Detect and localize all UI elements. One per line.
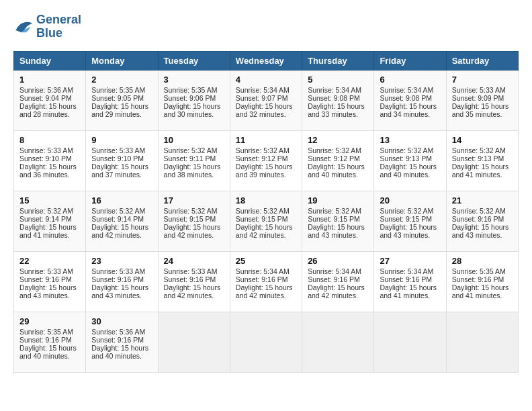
- col-header-saturday: Saturday: [446, 51, 518, 70]
- day-number: 17: [164, 195, 224, 205]
- sunrise: Sunrise: 5:33 AM: [91, 267, 145, 275]
- sunrise: Sunrise: 5:32 AM: [380, 146, 433, 154]
- daylight: Daylight: 15 hours: [19, 223, 77, 231]
- sunset: Sunset: 9:08 PM: [308, 94, 360, 102]
- calendar-cell: [302, 312, 374, 372]
- page-header: General Blue: [13, 13, 519, 40]
- sunset: Sunset: 9:16 PM: [164, 275, 216, 283]
- col-header-tuesday: Tuesday: [158, 51, 230, 70]
- logo-icon: [13, 19, 34, 35]
- sunset: Sunset: 9:16 PM: [380, 275, 432, 283]
- sunrise: Sunrise: 5:36 AM: [19, 86, 73, 94]
- daylight-extra: and 41 minutes.: [380, 291, 430, 300]
- sunrise: Sunrise: 5:32 AM: [164, 146, 218, 154]
- daylight-extra: and 40 minutes.: [19, 352, 70, 360]
- col-header-monday: Monday: [86, 51, 158, 70]
- sunrise: Sunrise: 5:32 AM: [452, 207, 506, 215]
- day-number: 2: [91, 75, 152, 85]
- day-number: 21: [452, 195, 513, 205]
- calendar-week-4: 22 Sunrise: 5:33 AM Sunset: 9:16 PM Dayl…: [14, 251, 519, 312]
- logo: General Blue: [13, 13, 81, 40]
- sunrise: Sunrise: 5:32 AM: [236, 146, 290, 154]
- sunrise: Sunrise: 5:35 AM: [164, 86, 218, 94]
- day-number: 28: [452, 256, 513, 266]
- daylight-extra: and 43 minutes.: [91, 291, 142, 300]
- daylight-extra: and 37 minutes.: [91, 171, 142, 179]
- day-number: 18: [236, 195, 296, 205]
- sunset: Sunset: 9:11 PM: [164, 154, 216, 163]
- sunrise: Sunrise: 5:32 AM: [164, 207, 218, 215]
- daylight-extra: and 32 minutes.: [236, 110, 286, 118]
- day-number: 25: [236, 256, 296, 266]
- sunset: Sunset: 9:16 PM: [308, 275, 360, 283]
- calendar-cell: 21 Sunrise: 5:32 AM Sunset: 9:16 PM Dayl…: [446, 191, 518, 251]
- sunset: Sunset: 9:08 PM: [380, 94, 432, 102]
- daylight: Daylight: 15 hours: [91, 344, 148, 352]
- day-number: 3: [164, 75, 224, 85]
- daylight-extra: and 42 minutes.: [236, 291, 286, 300]
- calendar-cell: [230, 312, 302, 372]
- daylight: Daylight: 15 hours: [452, 163, 509, 171]
- daylight: Daylight: 15 hours: [91, 102, 148, 110]
- calendar-cell: 25 Sunrise: 5:34 AM Sunset: 9:16 PM Dayl…: [230, 251, 302, 312]
- daylight: Daylight: 15 hours: [236, 102, 293, 110]
- calendar-cell: 16 Sunrise: 5:32 AM Sunset: 9:14 PM Dayl…: [86, 191, 158, 251]
- sunrise: Sunrise: 5:34 AM: [380, 86, 433, 94]
- daylight: Daylight: 15 hours: [19, 102, 77, 110]
- sunrise: Sunrise: 5:35 AM: [452, 267, 506, 275]
- daylight-extra: and 29 minutes.: [91, 110, 142, 118]
- calendar-cell: 1 Sunrise: 5:36 AM Sunset: 9:04 PM Dayli…: [14, 70, 86, 130]
- calendar-week-3: 15 Sunrise: 5:32 AM Sunset: 9:14 PM Dayl…: [14, 191, 519, 251]
- daylight: Daylight: 15 hours: [91, 163, 148, 171]
- calendar-cell: 22 Sunrise: 5:33 AM Sunset: 9:16 PM Dayl…: [14, 251, 86, 312]
- daylight-extra: and 30 minutes.: [164, 110, 214, 118]
- daylight-extra: and 42 minutes.: [236, 231, 286, 239]
- calendar-cell: 5 Sunrise: 5:34 AM Sunset: 9:08 PM Dayli…: [302, 70, 374, 130]
- daylight: Daylight: 15 hours: [452, 223, 509, 231]
- sunrise: Sunrise: 5:33 AM: [19, 146, 73, 154]
- daylight-extra: and 43 minutes.: [308, 231, 358, 239]
- day-number: 20: [380, 195, 440, 205]
- calendar-cell: [158, 312, 230, 372]
- calendar-week-1: 1 Sunrise: 5:36 AM Sunset: 9:04 PM Dayli…: [14, 70, 519, 130]
- daylight-extra: and 41 minutes.: [452, 171, 502, 179]
- daylight: Daylight: 15 hours: [164, 102, 221, 110]
- sunrise: Sunrise: 5:32 AM: [380, 207, 433, 215]
- day-number: 13: [380, 135, 440, 145]
- calendar-cell: 28 Sunrise: 5:35 AM Sunset: 9:16 PM Dayl…: [446, 251, 518, 312]
- calendar-cell: 27 Sunrise: 5:34 AM Sunset: 9:16 PM Dayl…: [374, 251, 446, 312]
- day-number: 24: [164, 256, 224, 266]
- sunrise: Sunrise: 5:35 AM: [19, 328, 73, 336]
- calendar-header-row: SundayMondayTuesdayWednesdayThursdayFrid…: [14, 51, 519, 70]
- sunrise: Sunrise: 5:32 AM: [91, 207, 145, 215]
- sunset: Sunset: 9:16 PM: [19, 275, 72, 283]
- sunrise: Sunrise: 5:32 AM: [308, 207, 361, 215]
- sunset: Sunset: 9:05 PM: [91, 94, 144, 102]
- col-header-wednesday: Wednesday: [230, 51, 302, 70]
- daylight-extra: and 43 minutes.: [380, 231, 430, 239]
- daylight-extra: and 39 minutes.: [236, 171, 286, 179]
- day-number: 15: [19, 195, 80, 205]
- sunset: Sunset: 9:04 PM: [19, 94, 72, 102]
- calendar-table: SundayMondayTuesdayWednesdayThursdayFrid…: [13, 51, 519, 373]
- daylight-extra: and 42 minutes.: [164, 291, 214, 300]
- sunset: Sunset: 9:16 PM: [236, 275, 288, 283]
- col-header-sunday: Sunday: [14, 51, 86, 70]
- sunset: Sunset: 9:14 PM: [19, 215, 72, 223]
- calendar-cell: 3 Sunrise: 5:35 AM Sunset: 9:06 PM Dayli…: [158, 70, 230, 130]
- daylight: Daylight: 15 hours: [19, 163, 77, 171]
- daylight: Daylight: 15 hours: [308, 163, 365, 171]
- daylight-extra: and 42 minutes.: [91, 231, 142, 239]
- sunrise: Sunrise: 5:34 AM: [236, 86, 290, 94]
- daylight: Daylight: 15 hours: [380, 102, 437, 110]
- sunset: Sunset: 9:12 PM: [308, 154, 360, 163]
- day-number: 7: [452, 75, 513, 85]
- daylight: Daylight: 15 hours: [452, 283, 509, 291]
- day-number: 8: [19, 135, 80, 145]
- day-number: 6: [380, 75, 440, 85]
- calendar-cell: 4 Sunrise: 5:34 AM Sunset: 9:07 PM Dayli…: [230, 70, 302, 130]
- sunset: Sunset: 9:09 PM: [452, 94, 504, 102]
- sunset: Sunset: 9:10 PM: [91, 154, 144, 163]
- daylight-extra: and 40 minutes.: [308, 171, 358, 179]
- day-number: 9: [91, 135, 152, 145]
